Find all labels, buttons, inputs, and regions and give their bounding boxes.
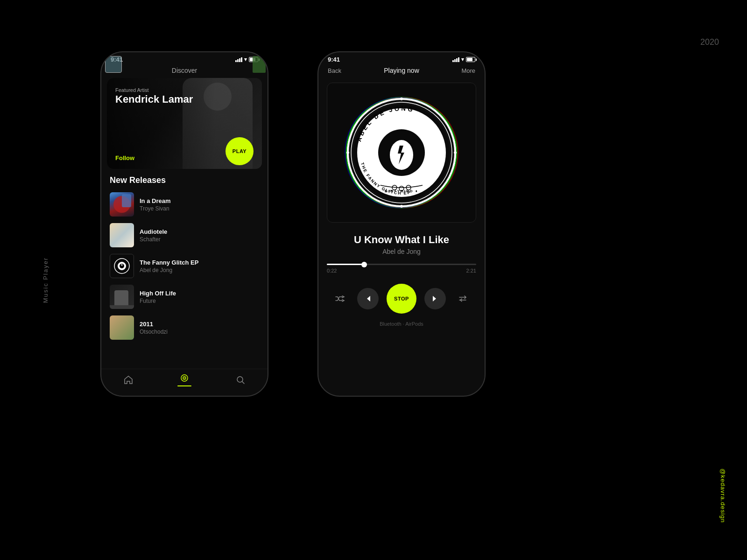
watermark-year: 2020 [700,37,719,47]
release-item-5[interactable]: 2011 Otsochodzi [101,312,268,343]
progress-thumb [361,262,367,267]
featured-hero[interactable]: Featured Artist Kendrick Lamar Follow PL… [107,78,262,169]
album-thumb-1 [110,192,134,217]
progress-times: 0:22 2:21 [327,268,476,273]
back-button[interactable]: Back [328,67,351,74]
track-info: U Know What I Like Abel de Jong [318,227,485,259]
battery-icon-right [466,57,475,62]
svg-point-20 [400,98,403,100]
phone-discover: 9:41 ▾ Discover [100,51,268,397]
album-thumb-5 [110,315,134,340]
status-icons-right: ▾ [452,56,475,63]
music-icon [179,373,190,383]
wifi-icon: ▾ [244,56,247,63]
release-info-3: The Fanny Glitch EP Abel de Jong [140,259,259,273]
tab-music[interactable] [177,373,191,386]
status-bar-left: 9:41 ▾ [101,52,268,65]
release-artist-2: Schafter [140,236,259,243]
watermark-label: Music Player [42,257,49,303]
album-thumb-3 [110,254,134,278]
release-title-2: Audiotele [140,228,259,235]
tab-search[interactable] [235,375,246,385]
abel-mini-logo [113,258,130,274]
signal-icon [235,57,242,62]
release-item-4[interactable]: High Off Life Future [101,281,268,312]
shuffle-button[interactable] [331,289,349,308]
player-nav: Back Playing now More [318,65,485,78]
shuffle-icon [335,294,345,304]
svg-point-21 [400,205,403,208]
phone-player: 9:41 ▾ Back Playing now More [317,51,486,397]
time-total: 2:21 [466,268,476,273]
time-right: 9:41 [328,56,340,63]
nav-title-discover: Discover [134,67,235,74]
status-bar-right: 9:41 ▾ [318,52,485,65]
time-current: 0:22 [327,268,337,273]
release-item-3[interactable]: The Fanny Glitch EP Abel de Jong [101,251,268,281]
previous-icon [364,294,372,303]
album-art-abel: ABEL DE JONG THE FANNY GLITCH EP DIRTYBI… [341,92,462,213]
svg-line-7 [242,381,245,384]
release-title-5: 2011 [140,321,259,328]
more-button[interactable]: More [452,67,475,74]
featured-artist: Kendrick Lamar [115,94,193,105]
album-thumb-2 [110,223,134,247]
next-icon [431,294,439,303]
home-icon [123,375,134,385]
wifi-icon-right: ▾ [461,56,464,63]
play-button[interactable]: PLAY [226,137,254,165]
discover-nav: Discover [101,65,268,78]
release-artist-3: Abel de Jong [140,267,259,273]
search-icon [235,375,246,385]
bluetooth-label: Bluetooth · AirPods [318,319,485,332]
new-releases-title: New Releases [101,169,268,189]
release-item-2[interactable]: Audiotele Schafter [101,220,268,251]
releases-list: In a Dream Troye Sivan Audiotele Schafte… [101,189,268,369]
repeat-icon [458,294,468,304]
release-info-5: 2011 Otsochodzi [140,321,259,335]
tab-bar [101,369,268,396]
release-info-1: In a Dream Troye Sivan [140,197,259,212]
repeat-button[interactable] [454,289,472,308]
tab-active-indicator [177,385,191,386]
signal-icon-right [452,57,459,62]
svg-point-5 [184,378,185,378]
watermark-handle: @kedavra.design [719,469,726,523]
release-item-1[interactable]: In a Dream Troye Sivan [101,189,268,220]
release-title-4: High Off Life [140,290,259,297]
player-controls: STOP [318,278,485,319]
progress-fill [327,264,364,265]
release-title-3: The Fanny Glitch EP [140,259,259,266]
tab-home[interactable] [123,375,134,385]
stop-button[interactable]: STOP [387,284,416,314]
track-title: U Know What I Like [327,234,476,246]
release-artist-1: Troye Sivan [140,205,259,212]
featured-content: Featured Artist Kendrick Lamar [115,87,193,105]
album-thumb-4 [110,285,134,309]
follow-button[interactable]: Follow [115,154,134,161]
player-screen: 9:41 ▾ Back Playing now More [318,52,485,396]
release-artist-5: Otsochodzi [140,329,259,335]
featured-tag: Featured Artist [115,87,193,93]
release-artist-4: Future [140,298,259,304]
playing-now-title: Playing now [384,67,419,74]
discover-screen: 9:41 ▾ Discover [101,52,268,396]
release-info-2: Audiotele Schafter [140,228,259,243]
next-button[interactable] [424,288,446,309]
previous-button[interactable] [357,288,379,309]
track-artist: Abel de Jong [327,248,476,255]
progress-container[interactable]: 0:22 2:21 [318,259,485,278]
release-info-4: High Off Life Future [140,290,259,304]
progress-bar[interactable] [327,264,476,265]
release-title-1: In a Dream [140,197,259,204]
album-art-container: ABEL DE JONG THE FANNY GLITCH EP DIRTYBI… [327,83,476,223]
